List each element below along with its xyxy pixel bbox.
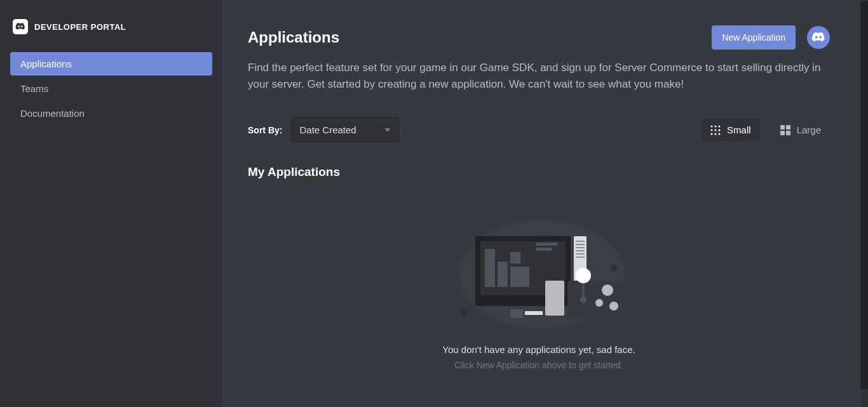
nav-label: Applications	[20, 58, 72, 69]
svg-point-31	[580, 297, 587, 303]
view-toggle: Small Large	[702, 119, 830, 141]
svg-point-36	[609, 302, 618, 310]
svg-point-40	[611, 265, 617, 271]
empty-state-subtext: Click New Application above to get start…	[248, 360, 830, 370]
main-content: Applications New Application Find the pe…	[222, 0, 868, 407]
sidebar-item-applications[interactable]: Applications	[10, 52, 212, 76]
toggle-label: Large	[797, 124, 821, 135]
svg-rect-12	[786, 131, 790, 135]
svg-point-8	[719, 133, 721, 135]
discord-avatar-icon	[811, 30, 825, 44]
svg-rect-29	[545, 281, 564, 316]
svg-point-33	[576, 268, 591, 283]
svg-rect-9	[780, 125, 785, 130]
svg-rect-30	[567, 281, 625, 319]
svg-point-6	[711, 133, 713, 135]
svg-rect-16	[485, 249, 495, 287]
svg-point-4	[715, 129, 717, 131]
grid-large-icon	[780, 125, 790, 135]
svg-rect-19	[510, 267, 529, 287]
svg-point-39	[461, 309, 467, 319]
sort-select[interactable]: Date Created	[291, 117, 399, 142]
sort-group: Sort By: Date Created	[248, 117, 399, 142]
sidebar-item-teams[interactable]: Teams	[10, 77, 212, 100]
scrollbar[interactable]	[860, 0, 868, 407]
empty-state-illustration	[450, 217, 628, 331]
empty-state: You don't have any applications yet, sad…	[248, 217, 830, 370]
user-avatar[interactable]	[807, 26, 830, 49]
svg-point-35	[595, 299, 603, 307]
page-description: Find the perfect feature set for your ga…	[248, 60, 830, 92]
svg-rect-17	[498, 262, 508, 287]
svg-point-1	[715, 125, 717, 127]
view-large-button[interactable]: Large	[771, 119, 830, 141]
page-title: Applications	[248, 29, 339, 46]
grid-small-icon	[710, 125, 721, 135]
nav-label: Documentation	[20, 108, 85, 119]
svg-point-34	[602, 284, 613, 296]
sort-value: Date Created	[299, 124, 356, 135]
svg-rect-21	[536, 248, 552, 251]
empty-state-text: You don't have any applications yet, sad…	[248, 344, 830, 355]
svg-point-7	[715, 133, 717, 135]
view-small-button[interactable]: Small	[702, 119, 760, 141]
svg-point-2	[719, 125, 721, 127]
svg-point-0	[711, 125, 713, 127]
portal-title: DEVELOPER PORTAL	[34, 22, 126, 32]
portal-header: DEVELOPER PORTAL	[10, 19, 212, 34]
toggle-label: Small	[727, 124, 751, 135]
sidebar: DEVELOPER PORTAL Applications Teams Docu…	[0, 0, 222, 407]
svg-rect-38	[525, 311, 543, 315]
sidebar-item-documentation[interactable]: Documentation	[10, 102, 212, 125]
svg-rect-18	[510, 252, 520, 264]
svg-point-3	[711, 129, 713, 131]
section-title: My Applications	[248, 165, 830, 179]
svg-rect-11	[780, 131, 785, 135]
svg-rect-10	[786, 125, 790, 130]
sort-label: Sort By:	[248, 125, 282, 135]
svg-rect-37	[510, 309, 523, 318]
controls-row: Sort By: Date Created Small	[248, 117, 830, 142]
new-application-button[interactable]: New Application	[712, 25, 796, 50]
nav-label: Teams	[20, 83, 48, 94]
discord-logo-icon	[13, 19, 28, 34]
svg-point-5	[719, 129, 721, 131]
scrollbar-thumb[interactable]	[860, 1, 868, 389]
header-actions: New Application	[712, 25, 830, 50]
chevron-down-icon	[384, 128, 391, 132]
header-row: Applications New Application	[248, 25, 830, 50]
svg-rect-20	[536, 243, 558, 246]
